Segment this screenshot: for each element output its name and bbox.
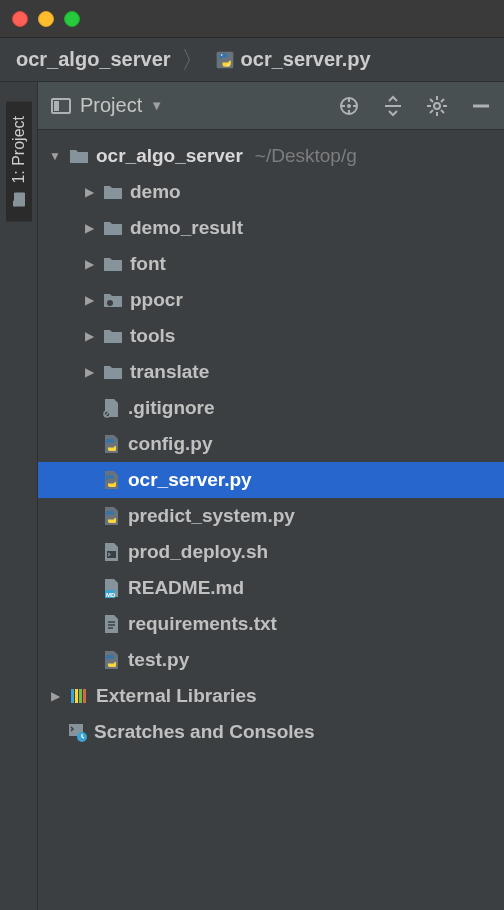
python-file-icon — [100, 433, 122, 455]
expand-arrow-icon[interactable]: ▶ — [82, 221, 96, 235]
chevron-down-icon[interactable]: ▼ — [150, 98, 163, 113]
svg-rect-4 — [13, 201, 16, 207]
project-icon — [11, 192, 27, 208]
svg-point-24 — [107, 300, 113, 306]
breadcrumb-root[interactable]: ocr_algo_server — [16, 48, 171, 71]
tree-item-file[interactable]: config.py — [38, 426, 504, 462]
tree-root[interactable]: ▼ ocr_algo_server ~/Desktop/g — [38, 138, 504, 174]
folder-icon — [102, 253, 124, 275]
window-titlebar — [0, 0, 504, 38]
gear-icon[interactable] — [426, 95, 448, 117]
minimize-window-button[interactable] — [38, 11, 54, 27]
tree-item-label: README.md — [128, 577, 244, 599]
svg-point-1 — [220, 54, 222, 56]
breadcrumb-file[interactable]: ocr_server.py — [241, 48, 371, 71]
text-file-icon — [100, 613, 122, 635]
hide-icon[interactable] — [470, 95, 492, 117]
tree-item-file[interactable]: .gitignore — [38, 390, 504, 426]
project-tree[interactable]: ▼ ocr_algo_server ~/Desktop/g ▶ demo ▶ d… — [38, 130, 504, 758]
tree-scratches[interactable]: Scratches and Consoles — [38, 714, 504, 750]
project-panel: Project ▼ ▼ — [38, 82, 504, 910]
project-view-title[interactable]: Project — [80, 94, 142, 117]
tree-item-folder[interactable]: ▶ demo_result — [38, 210, 504, 246]
shell-file-icon — [100, 541, 122, 563]
python-file-icon — [100, 469, 122, 491]
breadcrumb: ocr_algo_server 〉 ocr_server.py — [0, 38, 504, 82]
svg-line-22 — [441, 99, 444, 102]
folder-icon — [102, 325, 124, 347]
expand-arrow-icon[interactable]: ▶ — [48, 689, 62, 703]
tree-item-file-selected[interactable]: ocr_server.py — [38, 462, 504, 498]
python-file-icon — [100, 505, 122, 527]
folder-icon — [102, 361, 124, 383]
folder-icon — [102, 217, 124, 239]
expand-arrow-icon[interactable]: ▼ — [48, 149, 62, 163]
svg-line-19 — [430, 99, 433, 102]
svg-point-2 — [227, 64, 229, 66]
svg-text:MD: MD — [106, 592, 116, 598]
svg-rect-34 — [75, 689, 78, 703]
expand-arrow-icon[interactable]: ▶ — [82, 185, 96, 199]
tree-item-label: config.py — [128, 433, 212, 455]
scratches-icon — [66, 721, 88, 743]
tree-item-label: ocr_server.py — [128, 469, 252, 491]
tree-item-label: ppocr — [130, 289, 183, 311]
svg-line-21 — [430, 110, 433, 113]
markdown-file-icon: MD — [100, 577, 122, 599]
tree-item-label: demo_result — [130, 217, 243, 239]
tree-item-folder[interactable]: ▶ tools — [38, 318, 504, 354]
gitignore-icon — [100, 397, 122, 419]
svg-rect-35 — [79, 689, 82, 703]
tree-item-folder[interactable]: ▶ translate — [38, 354, 504, 390]
expand-arrow-icon[interactable]: ▶ — [82, 257, 96, 271]
folder-icon — [102, 181, 124, 203]
select-opened-file-icon[interactable] — [338, 95, 360, 117]
tree-item-label: External Libraries — [96, 685, 257, 707]
project-panel-header: Project ▼ — [38, 82, 504, 130]
chevron-right-icon: 〉 — [181, 44, 205, 76]
python-file-icon — [100, 649, 122, 671]
python-file-icon — [215, 50, 235, 70]
tree-item-file[interactable]: test.py — [38, 642, 504, 678]
folder-marked-icon — [102, 289, 124, 311]
folder-icon — [68, 145, 90, 167]
tree-item-label: Scratches and Consoles — [94, 721, 315, 743]
tool-window-rail: 1: Project — [0, 82, 38, 910]
expand-arrow-icon[interactable]: ▶ — [82, 365, 96, 379]
tree-item-file[interactable]: predict_system.py — [38, 498, 504, 534]
tree-item-label: translate — [130, 361, 209, 383]
tree-item-file[interactable]: requirements.txt — [38, 606, 504, 642]
svg-line-20 — [441, 110, 444, 113]
tool-tab-project-label: 1: Project — [10, 116, 28, 184]
tree-item-file[interactable]: MD README.md — [38, 570, 504, 606]
tree-root-label: ocr_algo_server — [96, 145, 243, 167]
close-window-button[interactable] — [12, 11, 28, 27]
tree-item-folder[interactable]: ▶ demo — [38, 174, 504, 210]
zoom-window-button[interactable] — [64, 11, 80, 27]
tree-item-label: test.py — [128, 649, 189, 671]
tree-item-file[interactable]: prod_deploy.sh — [38, 534, 504, 570]
project-view-icon — [50, 95, 72, 117]
tree-item-label: predict_system.py — [128, 505, 295, 527]
tree-item-label: tools — [130, 325, 175, 347]
tree-item-label: font — [130, 253, 166, 275]
tree-item-label: requirements.txt — [128, 613, 277, 635]
svg-point-12 — [347, 104, 351, 108]
expand-arrow-icon[interactable]: ▶ — [82, 293, 96, 307]
svg-rect-36 — [83, 689, 86, 703]
svg-rect-27 — [107, 551, 116, 558]
tree-item-label: .gitignore — [128, 397, 215, 419]
svg-point-14 — [434, 103, 440, 109]
tree-item-label: demo — [130, 181, 181, 203]
tree-root-path: ~/Desktop/g — [255, 145, 357, 167]
svg-rect-33 — [71, 689, 74, 703]
tree-external-libraries[interactable]: ▶ External Libraries — [38, 678, 504, 714]
expand-arrow-icon[interactable]: ▶ — [82, 329, 96, 343]
libraries-icon — [68, 685, 90, 707]
svg-rect-6 — [54, 101, 59, 111]
tree-item-folder[interactable]: ▶ ppocr — [38, 282, 504, 318]
expand-all-icon[interactable] — [382, 95, 404, 117]
tool-tab-project[interactable]: 1: Project — [6, 102, 32, 222]
tree-item-folder[interactable]: ▶ font — [38, 246, 504, 282]
tree-item-label: prod_deploy.sh — [128, 541, 268, 563]
